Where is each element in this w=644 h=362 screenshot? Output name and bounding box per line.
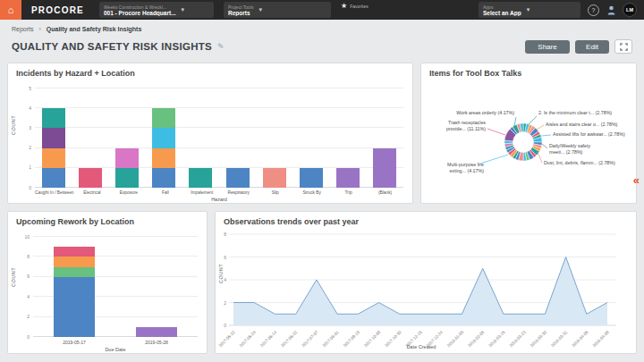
- breadcrumb: Reports › Quality and Safety Risk Insigh…: [12, 26, 141, 32]
- rework-x-labels: 2019-05-172019-05-28: [33, 340, 198, 345]
- area-fill: [233, 257, 607, 326]
- bar-slot: [35, 88, 72, 188]
- apps-picker-value: Select an App: [483, 10, 521, 16]
- bar-segment[interactable]: [42, 108, 65, 128]
- callout-line: [542, 144, 547, 148]
- bar-Slip[interactable]: [263, 88, 286, 188]
- incidents-x-labels: Caught In / BetweenElectricalExposureFal…: [35, 190, 403, 195]
- page-title: QUALITY AND SAFETY RISK INSIGHTS: [12, 41, 212, 52]
- fullscreen-icon: [620, 43, 628, 51]
- y-tick-label: 4: [20, 106, 31, 111]
- bar-segment[interactable]: [152, 168, 175, 188]
- bar-segment[interactable]: [115, 148, 139, 168]
- observations-area-chart: 024682017-05-222017-05-242017-06-142017-…: [216, 224, 636, 353]
- x-tick-label: Fall: [147, 190, 183, 195]
- person-icon[interactable]: [607, 0, 615, 20]
- bar-Caught In / Between[interactable]: [42, 88, 65, 188]
- bar-segment[interactable]: [54, 277, 95, 337]
- y-tick-label: 0: [224, 323, 226, 328]
- bar-slot: [72, 88, 108, 188]
- bar-segment[interactable]: [54, 267, 95, 277]
- bar-Respiratory[interactable]: [226, 88, 250, 188]
- bar-Exposure[interactable]: [115, 88, 139, 188]
- bar-segment[interactable]: [42, 168, 65, 188]
- bar-segment[interactable]: [373, 148, 396, 188]
- user-avatar[interactable]: LM: [623, 3, 637, 17]
- help-button[interactable]: ?: [588, 0, 599, 20]
- edit-button[interactable]: Edit: [575, 40, 609, 54]
- bar-segment[interactable]: [115, 168, 139, 188]
- donut-label: Daily/Weekly safetymeeti... (2.78%): [549, 143, 590, 155]
- home-button[interactable]: ⌂: [0, 0, 21, 20]
- x-tick-label: 2019-05-17: [33, 340, 115, 345]
- y-axis-label: COUNT: [11, 115, 16, 135]
- chevron-down-icon: ▾: [259, 6, 263, 13]
- x-tick-label: Caught In / Between: [35, 190, 73, 195]
- bars-layer: [35, 88, 403, 188]
- x-tick-label: Electrical: [73, 190, 110, 195]
- bars-layer: [33, 237, 198, 337]
- x-tick-label: 2019-05-28: [115, 340, 198, 345]
- y-tick-label: 10: [18, 235, 30, 240]
- x-axis-label: Hazard: [35, 197, 403, 202]
- bar-(Blank)[interactable]: [373, 88, 396, 188]
- bar-2019-05-17[interactable]: [54, 237, 95, 337]
- callout-line: [480, 155, 508, 164]
- bar-segment[interactable]: [336, 168, 360, 188]
- apps-picker[interactable]: Apps Select an App ▾: [479, 2, 580, 18]
- edit-title-icon[interactable]: ✎: [217, 42, 225, 51]
- bar-slot: [182, 88, 219, 188]
- callout-line: [537, 125, 544, 130]
- chevron-down-icon: ▾: [527, 6, 530, 13]
- favorites-button[interactable]: ★ Favorites: [334, 0, 376, 20]
- donut-label: Assisted lifts for awkwar... (2.78%): [553, 131, 625, 137]
- page-header: QUALITY AND SAFETY RISK INSIGHTS ✎ Share…: [12, 39, 632, 54]
- bar-Trip[interactable]: [336, 88, 360, 188]
- bar-segment[interactable]: [300, 168, 323, 188]
- breadcrumb-separator-icon: ›: [38, 26, 40, 32]
- x-tick-label: Impalement: [183, 190, 220, 195]
- tool-picker[interactable]: Project Tools Reports ▾: [224, 2, 331, 18]
- top-nav: ⌂ PROCORE Weeks Construction & Wreckl...…: [0, 0, 644, 20]
- y-tick-label: 2: [20, 146, 31, 150]
- bar-segment[interactable]: [42, 128, 65, 147]
- bar-segment[interactable]: [226, 168, 250, 188]
- bar-slot: [33, 237, 115, 337]
- bar-slot: [146, 88, 182, 188]
- bar-2019-05-28[interactable]: [136, 237, 177, 337]
- project-picker[interactable]: Weeks Construction & Wreckl... 001 - Pro…: [99, 2, 214, 18]
- bar-segment[interactable]: [152, 108, 175, 128]
- bar-segment[interactable]: [189, 168, 212, 188]
- fullscreen-button[interactable]: [614, 39, 632, 54]
- callout-line: [487, 129, 505, 135]
- bar-Electrical[interactable]: [79, 88, 102, 188]
- donut-label: Work areas orderly (4.17%): [456, 110, 514, 115]
- procore-logo[interactable]: PROCORE: [21, 0, 94, 20]
- bar-segment[interactable]: [263, 168, 286, 188]
- share-button[interactable]: Share: [525, 40, 570, 54]
- favorites-label: Favorites: [350, 4, 369, 9]
- bar-slot: [292, 88, 329, 188]
- breadcrumb-reports[interactable]: Reports: [12, 26, 34, 32]
- bar-slot: [108, 88, 145, 188]
- chart-title: Incidents by Hazard + Location: [16, 69, 135, 78]
- bar-Struck By[interactable]: [300, 88, 323, 188]
- project-picker-value: 001 - Procore Headquart...: [104, 10, 176, 16]
- y-tick-label: 3: [20, 126, 31, 130]
- bar-slot: [330, 88, 367, 188]
- collapse-panel-button[interactable]: «: [633, 174, 640, 186]
- bar-slot: [115, 237, 198, 337]
- y-axis-label: COUNT: [11, 267, 16, 287]
- help-icon: ?: [588, 4, 599, 16]
- card-incidents-by-hazard: Incidents by Hazard + Location COUNT 012…: [7, 63, 413, 204]
- bar-segment[interactable]: [79, 168, 102, 188]
- bar-segment[interactable]: [136, 327, 177, 337]
- bar-Fall[interactable]: [152, 88, 175, 188]
- bar-segment[interactable]: [152, 148, 175, 168]
- bar-segment[interactable]: [54, 247, 95, 257]
- bar-segment[interactable]: [42, 148, 65, 168]
- y-tick-label: 0: [20, 186, 31, 190]
- bar-segment[interactable]: [54, 257, 95, 266]
- bar-segment[interactable]: [152, 128, 175, 147]
- bar-Impalement[interactable]: [189, 88, 212, 188]
